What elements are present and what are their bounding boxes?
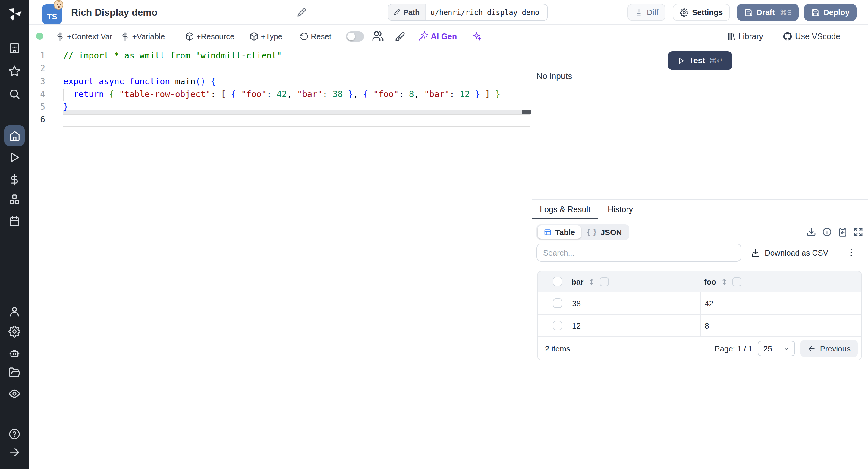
reset-button[interactable]: Reset — [299, 32, 331, 41]
editor-overview-cursor-marker — [522, 110, 531, 114]
copy-result-icon[interactable] — [838, 227, 847, 237]
eye-icon — [8, 387, 21, 400]
add-resource-button[interactable]: +Resource — [185, 32, 234, 41]
sparkles-icon[interactable] — [471, 31, 482, 41]
column-option-box[interactable] — [733, 277, 741, 286]
tab-logs-result[interactable]: Logs & Result — [532, 199, 598, 219]
sidebar-item-help[interactable] — [8, 428, 21, 440]
sidebar-item-arrow-right[interactable] — [8, 446, 21, 458]
package-icon — [250, 32, 258, 41]
row-checkbox[interactable] — [553, 321, 562, 330]
sidebar-item-folder[interactable] — [8, 367, 21, 379]
line-number: 5 — [29, 101, 45, 114]
diff-button[interactable]: Diff — [627, 4, 666, 21]
path-edit-button[interactable]: Path — [388, 4, 426, 21]
sidebar-item-star[interactable] — [8, 65, 21, 77]
row-checkbox[interactable] — [553, 299, 562, 308]
sidebar-item-home[interactable] — [4, 125, 25, 146]
sidebar-item-gear[interactable] — [8, 325, 21, 338]
sidebar-item-play[interactable] — [8, 151, 21, 163]
no-inputs-label: No inputs — [536, 71, 572, 81]
column-header-foo[interactable]: foo — [701, 271, 861, 292]
path-control[interactable]: Path u/henri/rich_display_demo — [388, 4, 548, 21]
search-input[interactable] — [536, 244, 741, 262]
code-editor[interactable]: 123456 // import * as wmill from "windmi… — [29, 48, 532, 469]
view-mode-json[interactable]: { } JSON — [581, 225, 628, 239]
format-brush-icon[interactable] — [395, 31, 405, 41]
sidebar-item-building[interactable] — [8, 42, 21, 54]
column-header-bar[interactable]: bar — [568, 271, 701, 292]
column-label: foo — [704, 277, 716, 286]
table-cell: 38 — [568, 292, 701, 314]
code-line[interactable]: return { "table-row-object": [ { "foo": … — [63, 88, 532, 101]
sidebar-item-eye[interactable] — [8, 387, 21, 400]
magic-wand-icon — [417, 31, 428, 41]
sidebar-item-search[interactable] — [8, 88, 21, 100]
sidebar-item-dollar[interactable] — [8, 174, 21, 186]
dollar-icon — [121, 32, 130, 41]
line-number: 1 — [29, 50, 45, 62]
arrow-left-icon — [808, 345, 816, 352]
code-line[interactable]: export async function main() { — [63, 75, 532, 88]
sidebar-divider — [6, 115, 23, 115]
calendar-icon — [8, 215, 21, 227]
view-mode-switch: Table { } JSON — [536, 224, 629, 240]
download-csv-button[interactable]: Download as CSV — [765, 248, 828, 257]
table-row[interactable]: 3842 — [538, 292, 861, 315]
chevron-down-icon — [783, 345, 790, 352]
download-result-icon[interactable] — [807, 227, 816, 237]
select-all-checkbox[interactable] — [553, 277, 562, 286]
previous-page-button[interactable]: Previous — [801, 340, 858, 357]
info-icon[interactable] — [822, 227, 832, 237]
help-icon — [8, 428, 21, 440]
draft-button[interactable]: Draft ⌘S — [737, 4, 799, 21]
dollar-icon — [8, 174, 21, 186]
expand-icon[interactable] — [854, 227, 863, 237]
code-line[interactable]: } — [63, 101, 532, 114]
github-icon — [782, 31, 793, 41]
add-type-button[interactable]: +Type — [250, 32, 283, 41]
edit-title-icon[interactable] — [297, 8, 306, 17]
tab-history[interactable]: History — [608, 199, 633, 219]
sort-icon[interactable] — [720, 278, 728, 285]
add-context-var-button[interactable]: +Context Var — [56, 32, 113, 41]
code-line[interactable] — [63, 62, 532, 75]
sort-icon[interactable] — [588, 278, 595, 285]
table-cell: 12 — [568, 315, 701, 336]
star-icon — [8, 65, 21, 77]
save-icon — [811, 8, 820, 17]
indent-guide — [63, 89, 64, 101]
result-section: Logs & Result History Table { } JSON — [532, 199, 868, 469]
library-button[interactable]: Library — [726, 32, 763, 41]
code-line[interactable]: // import * as wmill from "windmill-clie… — [63, 50, 532, 62]
column-option-box[interactable] — [600, 277, 609, 286]
table-row[interactable]: 128 — [538, 315, 861, 337]
sidebar-item-user[interactable] — [8, 306, 21, 318]
sidebar-item-robot[interactable] — [8, 347, 21, 359]
diff-mode-toggle[interactable] — [346, 31, 364, 41]
download-icon — [751, 248, 760, 257]
folder-icon — [8, 367, 21, 379]
use-vscode-button[interactable]: Use VScode — [782, 31, 840, 41]
page-size-select[interactable]: 25 — [758, 341, 795, 356]
windmill-logo-icon[interactable] — [6, 5, 23, 22]
sidebar-item-cubes[interactable] — [8, 193, 21, 206]
deploy-button[interactable]: Deploy — [804, 4, 857, 21]
table-footer: 2 items Page: 1 / 1 25 Previous — [538, 337, 861, 360]
sidebar-item-calendar[interactable] — [8, 215, 21, 227]
test-button[interactable]: Test ⌘↵ — [668, 51, 733, 70]
items-count: 2 items — [545, 344, 570, 353]
code-line[interactable] — [63, 114, 532, 127]
users-icon[interactable] — [372, 30, 384, 42]
kebab-menu-icon[interactable] — [846, 248, 856, 257]
sidebar — [0, 0, 29, 469]
settings-button[interactable]: Settings — [673, 4, 730, 21]
editor-code-area[interactable]: // import * as wmill from "windmill-clie… — [63, 50, 532, 127]
status-dot — [36, 33, 43, 40]
view-mode-table[interactable]: Table — [538, 225, 581, 239]
add-variable-button[interactable]: +Variable — [121, 32, 165, 41]
search-icon — [8, 88, 21, 100]
run-result-panel: Test ⌘↵ No inputs Logs & Result History … — [532, 48, 868, 469]
library-icon — [726, 32, 736, 41]
ai-gen-button[interactable]: AI Gen — [417, 31, 457, 41]
